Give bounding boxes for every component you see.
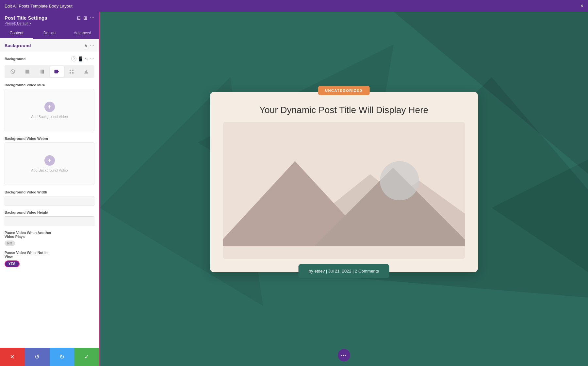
left-panel: Post Title Settings ⊡ ⊞ ⋯ Preset: Defaul…	[0, 12, 100, 366]
bg-video-height-input[interactable]	[5, 216, 94, 226]
more-button[interactable]: •••	[338, 349, 350, 361]
panel-title-row: Post Title Settings ⊡ ⊞ ⋯	[5, 15, 94, 21]
undo-icon: ↺	[35, 353, 40, 360]
panel-header: Post Title Settings ⊡ ⊞ ⋯ Preset: Defaul…	[0, 12, 99, 28]
more-icon: •••	[341, 354, 347, 357]
cancel-button[interactable]: ✕	[0, 348, 25, 366]
bg-video-width-label: Background Video Width	[5, 190, 94, 194]
post-title: Your Dynamic Post Title Will Display Her…	[223, 105, 465, 115]
section-menu-icon[interactable]: ⋯	[90, 43, 94, 48]
svg-rect-9	[72, 72, 74, 74]
bg-type-mask[interactable]	[79, 66, 93, 77]
preview-card: Your Dynamic Post Title Will Display Her…	[210, 92, 478, 272]
bg-type-pattern[interactable]	[65, 66, 79, 77]
placeholder-image	[223, 122, 465, 259]
main-layout: Post Title Settings ⊡ ⊞ ⋯ Preset: Defaul…	[0, 12, 588, 366]
bg-video-height-label: Background Video Height	[5, 210, 94, 214]
undo-button[interactable]: ↺	[25, 348, 50, 366]
panel-icon-menu[interactable]: ⋯	[90, 15, 94, 21]
tab-advanced[interactable]: Advanced	[66, 28, 99, 39]
panel-icon-expand[interactable]: ⊡	[77, 15, 81, 21]
top-bar: Edit All Posts Template Body Layout ×	[0, 0, 588, 12]
close-icon[interactable]: ×	[580, 3, 583, 9]
upload-box-mp4[interactable]: + Add Background Video	[5, 89, 94, 131]
bg-video-width-input[interactable]	[5, 196, 94, 206]
upload-text-webm: Add Background Video	[31, 168, 68, 172]
bg-type-row	[5, 65, 94, 78]
upload-plus-webm: +	[44, 155, 55, 166]
panel-inner: Background ? 📱 ↖ ⋯	[0, 52, 99, 276]
redo-icon: ↻	[59, 353, 64, 360]
svg-rect-7	[72, 70, 74, 71]
bg-type-flat[interactable]	[20, 66, 34, 77]
bg-video-webm-label: Background Video Webm	[5, 137, 94, 141]
bg-device-icon[interactable]: 📱	[78, 56, 83, 61]
cancel-icon: ✕	[10, 353, 15, 360]
toggle-yes-value[interactable]: YES	[5, 261, 19, 267]
bg-help-icon[interactable]: ?	[71, 56, 76, 61]
upload-box-webm[interactable]: + Add Background Video	[5, 142, 94, 185]
panel-icon-grid[interactable]: ⊞	[83, 15, 87, 21]
bg-type-video[interactable]	[50, 66, 64, 77]
bg-type-gradient[interactable]	[35, 66, 49, 77]
background-row: Background ? 📱 ↖ ⋯	[5, 56, 94, 61]
preview-area: UNCATEGORIZED Your Dynamic Post Title Wi…	[100, 12, 588, 366]
redo-button[interactable]: ↻	[50, 348, 74, 366]
preview-wrapper: UNCATEGORIZED Your Dynamic Post Title Wi…	[210, 92, 478, 272]
svg-rect-2	[25, 70, 29, 74]
pause-not-in-view-row: Pause Video While Not In View YES	[5, 251, 94, 267]
svg-rect-4	[55, 70, 58, 73]
tab-content[interactable]: Content	[0, 28, 33, 39]
category-badge: UNCATEGORIZED	[318, 86, 370, 95]
svg-line-1	[11, 70, 14, 73]
section-icons: ∧ ⋯	[84, 42, 94, 49]
bg-type-none[interactable]	[6, 66, 20, 77]
section-title: Background	[5, 43, 31, 48]
svg-point-21	[380, 161, 419, 200]
bg-more-icon[interactable]: ⋯	[90, 56, 94, 61]
section-collapse-icon[interactable]: ∧	[84, 42, 88, 49]
pause-not-in-view-label: Pause Video While Not In View	[5, 251, 94, 258]
svg-marker-10	[84, 70, 88, 74]
tab-design[interactable]: Design	[33, 28, 66, 39]
preview-card-inner: Your Dynamic Post Title Will Display Her…	[210, 92, 478, 272]
svg-rect-8	[70, 72, 71, 74]
background-row-icons: ? 📱 ↖ ⋯	[71, 56, 94, 61]
bg-cursor-icon[interactable]: ↖	[85, 56, 89, 61]
pause-another-toggle[interactable]: NO	[5, 241, 94, 246]
panel-title: Post Title Settings	[5, 15, 47, 21]
pause-not-in-view-toggle[interactable]: YES	[5, 260, 94, 267]
svg-marker-5	[58, 71, 59, 72]
panel-title-icons: ⊡ ⊞ ⋯	[77, 15, 94, 21]
background-label: Background	[5, 57, 25, 61]
pause-another-label: Pause Video When Another Video Plays	[5, 231, 94, 239]
svg-rect-3	[40, 70, 44, 74]
section-header: Background ∧ ⋯	[0, 39, 99, 52]
top-bar-title: Edit All Posts Template Body Layout	[5, 4, 73, 8]
svg-rect-6	[70, 70, 71, 71]
toggle-yes-wrapper: YES	[5, 260, 20, 267]
bg-video-mp4-label: Background Video MP4	[5, 83, 94, 87]
panel-preset[interactable]: Preset: Default ▾	[5, 21, 94, 25]
pause-another-row: Pause Video When Another Video Plays NO	[5, 231, 94, 246]
tabs-row: Content Design Advanced	[0, 28, 99, 39]
save-icon: ✓	[84, 353, 89, 360]
author-bar: by etdev | Jul 21, 2022 | 2 Comments	[298, 264, 389, 278]
upload-plus-mp4: +	[44, 102, 55, 112]
bottom-bar: ✕ ↺ ↻ ✓	[0, 348, 99, 366]
toggle-no-value[interactable]: NO	[5, 241, 15, 246]
panel-content: Background ∧ ⋯ Background ? 📱 ↖ ⋯	[0, 39, 99, 348]
save-button[interactable]: ✓	[74, 348, 99, 366]
upload-text-mp4: Add Background Video	[31, 115, 68, 119]
